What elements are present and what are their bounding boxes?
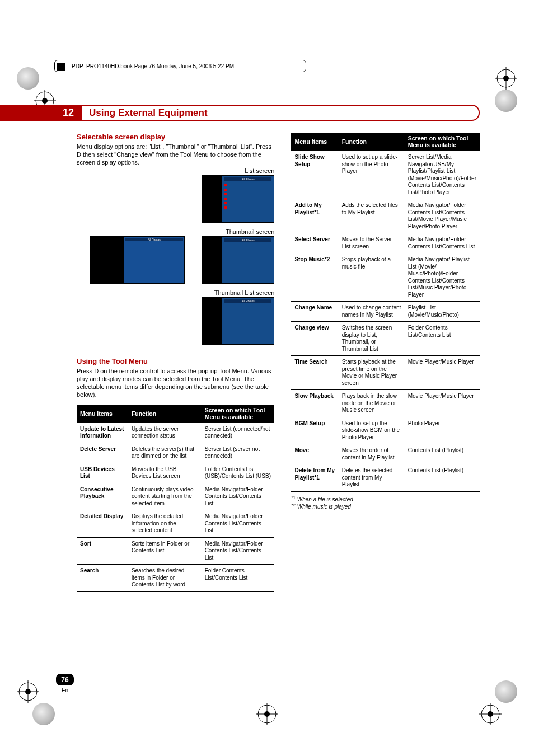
footnotes: *1 When a file is selected *2 While musi… bbox=[291, 495, 480, 510]
right-menu-table: Menu items Function Screen on which Tool… bbox=[291, 133, 480, 492]
book-header: PDP_PRO1140HD.book Page 76 Monday, June … bbox=[54, 60, 306, 72]
table-row: MoveMoves the order of content in My Pla… bbox=[291, 444, 480, 464]
table-row: Slow PlaybackPlays back in the slow mode… bbox=[291, 390, 480, 417]
screenshot-thumbnail-screen: All Photos bbox=[202, 236, 274, 284]
svg-point-15 bbox=[488, 711, 493, 717]
reg-circle-tr2 bbox=[495, 90, 517, 112]
caption-thumbnail-screen: Thumbnail screen bbox=[77, 228, 274, 235]
table-row: BGM SetupUsed to set up the slide-show B… bbox=[291, 417, 480, 444]
table-row: Change viewSwitches the screen display t… bbox=[291, 322, 480, 356]
table-row: Select ServerMoves to the Server List sc… bbox=[291, 233, 480, 253]
table-row: Add to My Playlist*1Adds the selected fi… bbox=[291, 199, 480, 233]
table-row: Change NameUsed to change content names … bbox=[291, 302, 480, 322]
chapter-row: 12 Using External Equipment bbox=[54, 105, 480, 121]
table-row: Consecutive PlaybackContinuously plays v… bbox=[77, 483, 274, 510]
book-header-text: PDP_PRO1140HD.book Page 76 Monday, June … bbox=[72, 63, 234, 69]
heading-selectable-screen-display: Selectable screen display bbox=[77, 133, 274, 141]
chapter-number-badge: 12 bbox=[54, 105, 82, 121]
page-lang: En bbox=[62, 687, 68, 693]
table-row: USB Devices ListMoves to the USB Devices… bbox=[77, 463, 274, 483]
content-columns: Selectable screen display Menu display o… bbox=[77, 133, 480, 592]
table-row: SearchSearches the desired items in Fold… bbox=[77, 565, 274, 592]
caption-list-screen: List screen bbox=[77, 167, 274, 174]
paragraph-selectable-screen-display: Menu display options are: "List", "Thumb… bbox=[77, 143, 274, 166]
left-th-menu-items: Menu items bbox=[77, 405, 128, 423]
reg-ring-tr bbox=[495, 67, 517, 90]
footnote1-mark: *1 bbox=[291, 495, 296, 500]
screenshot-list-screen: All Photos bbox=[202, 175, 274, 223]
screenshot-thumbnail-list-screen: All Photos bbox=[202, 297, 274, 345]
chapter-number: 12 bbox=[63, 107, 74, 119]
page-number-wrap: 76 En bbox=[56, 674, 74, 696]
paragraph-using-tool-menu: Press D on the remote control to access … bbox=[77, 367, 274, 398]
page-root: PDP_PRO1140HD.book Page 76 Monday, June … bbox=[0, 0, 534, 756]
reg-ring-bl2 bbox=[17, 680, 39, 703]
right-th-menu-items: Menu items bbox=[291, 133, 338, 151]
screenshot-thumbnail-screen-menu: All Photos bbox=[90, 236, 185, 284]
footnote1-text: When a file is selected bbox=[297, 496, 353, 503]
svg-point-11 bbox=[25, 689, 31, 694]
reg-ring-bc bbox=[256, 703, 278, 725]
table-row: Update to Latest InformationUpdates the … bbox=[77, 422, 274, 443]
reg-circle-br2 bbox=[495, 680, 517, 703]
header-bar-icon bbox=[57, 63, 65, 71]
table-row: Delete ServerDeletes the server(s) that … bbox=[77, 443, 274, 463]
right-th-function: Function bbox=[339, 133, 405, 151]
page-number: 76 bbox=[61, 676, 68, 684]
footnote2-text: While music is played bbox=[297, 504, 351, 510]
footnote2-mark: *2 bbox=[291, 503, 296, 508]
right-column: Menu items Function Screen on which Tool… bbox=[291, 133, 480, 592]
left-menu-table: Menu items Function Screen on which Tool… bbox=[77, 405, 274, 592]
reg-circle-bl bbox=[32, 703, 55, 725]
chapter-title-pill: Using External Equipment bbox=[82, 105, 480, 121]
heading-using-tool-menu: Using the Tool Menu bbox=[77, 357, 274, 365]
table-row: Time SearchStarts playback at the preset… bbox=[291, 356, 480, 390]
table-row: Delete from My Playlist*1Deletes the sel… bbox=[291, 464, 480, 492]
svg-point-7 bbox=[42, 98, 48, 104]
table-row: Detailed DisplayDisplays the detailed in… bbox=[77, 510, 274, 538]
left-th-screen: Screen on which Tool Menu is available bbox=[202, 405, 275, 423]
left-th-function: Function bbox=[128, 405, 202, 423]
chapter-title: Using External Equipment bbox=[89, 107, 208, 119]
svg-point-3 bbox=[503, 76, 509, 81]
table-row: SortSorts items in Folder or Contents Li… bbox=[77, 537, 274, 565]
chapter-fill bbox=[0, 105, 54, 121]
svg-point-19 bbox=[264, 711, 270, 717]
page-number-badge: 76 bbox=[56, 674, 74, 685]
reg-ring-br bbox=[479, 703, 502, 725]
left-column: Selectable screen display Menu display o… bbox=[77, 133, 274, 592]
table-row: Slide Show SetupUsed to set up a slide-s… bbox=[291, 151, 480, 199]
reg-circle-tl bbox=[17, 67, 39, 90]
table-row: Stop Music*2Stops playback of a music fi… bbox=[291, 253, 480, 302]
right-th-screen: Screen on which Tool Menu is available bbox=[405, 133, 480, 151]
caption-thumbnail-list-screen: Thumbnail List screen bbox=[77, 289, 274, 296]
